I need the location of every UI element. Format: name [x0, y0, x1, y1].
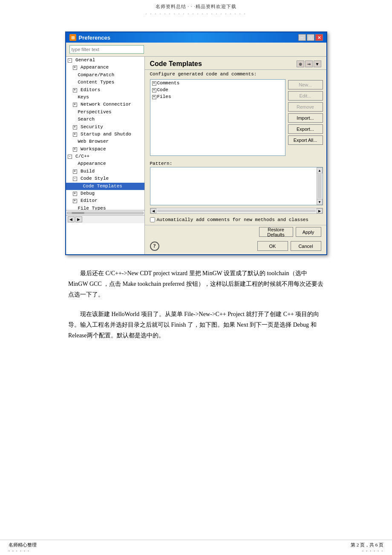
titlebar-buttons: ─ □ ✕: [298, 34, 323, 41]
tree-scroll[interactable]: - General+ AppearanceCompare/PatchConten…: [66, 57, 144, 210]
collapse-icon: -: [68, 58, 72, 63]
tree-item[interactable]: - Code Style: [66, 175, 144, 182]
preferences-window: ⊞ Preferences ─ □ ✕ - General+ A: [65, 32, 327, 255]
pattern-label: Pattern:: [145, 159, 326, 167]
expand-icon: +: [73, 170, 77, 174]
tree-item[interactable]: Web Browser: [66, 138, 144, 145]
tree-item[interactable]: - General: [66, 57, 144, 64]
tree-item[interactable]: Compare/Patch: [66, 72, 144, 79]
tmpl-expand-icon: +: [152, 95, 156, 99]
pattern-scrollbar-h[interactable]: ◀ ▶: [150, 208, 323, 214]
tree-item[interactable]: + Network Connectior: [66, 101, 144, 108]
template-tree[interactable]: +Comments+Code+Files: [150, 79, 285, 156]
expand-icon: +: [73, 125, 77, 129]
tmpl-expand-icon: +: [152, 88, 156, 92]
expand-icon: +: [73, 88, 77, 92]
tree-panel: - General+ AppearanceCompare/PatchConten…: [66, 57, 145, 254]
tree-nav-bottom: ◀ ▶: [66, 215, 144, 223]
new-button[interactable]: New...: [288, 80, 323, 89]
tree-item[interactable]: - C/C++: [66, 153, 144, 160]
tree-item[interactable]: Search: [66, 116, 144, 123]
titlebar-left: ⊞ Preferences: [69, 34, 110, 41]
expand-icon: +: [73, 66, 77, 70]
tree-nav-prev[interactable]: ◀: [68, 216, 75, 222]
scroll-thumb-h: [72, 212, 84, 214]
cancel-button[interactable]: Cancel: [291, 241, 321, 251]
minimize-button[interactable]: ─: [298, 34, 306, 41]
content-title: Code Templates: [150, 60, 202, 68]
checkbox-row: Automatically add comments for new metho…: [145, 216, 326, 225]
footer-left: 名师精心整理 · · · · · ·: [9, 542, 37, 553]
tree-item[interactable]: Appearance: [66, 160, 144, 167]
export-all-button[interactable]: Export All...: [288, 135, 323, 145]
import-button[interactable]: Import...: [288, 113, 323, 123]
body-text: 最后还在 C/C++->New CDT project wizard 里把 Mi…: [34, 268, 358, 341]
expand-icon: +: [73, 147, 77, 152]
body-paragraph-2: 现在该新建 HelloWorld 项目了。从菜单 File->New->C++ …: [68, 309, 324, 341]
auto-comments-label: Automatically add comments for new metho…: [157, 217, 308, 222]
h-scroll-right-btn[interactable]: ▶: [317, 208, 323, 213]
filter-row: [66, 43, 326, 57]
collapse-icon: -: [68, 155, 72, 159]
body-paragraph-1: 最后还在 C/C++->New CDT project wizard 里把 Mi…: [68, 268, 324, 300]
tree-item[interactable]: + Startup and Shutdo: [66, 131, 144, 138]
tree-item[interactable]: + Build: [66, 168, 144, 175]
bottom-buttons-row2: ? OK Cancel: [145, 239, 326, 254]
window-icon: ⊞: [69, 34, 76, 41]
tree-item[interactable]: + Editor: [66, 197, 144, 204]
content-header: Code Templates ⊕ ⇒ ▼: [145, 57, 326, 70]
tree-item[interactable]: Content Types: [66, 79, 144, 86]
nav-menu-arrow[interactable]: ▼: [314, 60, 321, 67]
filter-input[interactable]: [69, 45, 144, 54]
apply-button[interactable]: Apply: [296, 227, 321, 237]
close-button[interactable]: ✕: [315, 34, 323, 41]
scroll-up-btn[interactable]: ▲: [317, 167, 323, 173]
tree-item[interactable]: Code Templates: [66, 183, 144, 190]
maximize-button[interactable]: □: [307, 34, 314, 41]
tree-nav-next[interactable]: ▶: [75, 216, 82, 222]
tree-item[interactable]: Keys: [66, 94, 144, 101]
tree-item[interactable]: + Editors: [66, 86, 144, 94]
tree-item[interactable]: + Appearance: [66, 64, 144, 71]
expand-icon: +: [73, 199, 77, 203]
nav-back-arrow[interactable]: ⊕: [297, 60, 304, 67]
page-content: ⊞ Preferences ─ □ ✕ - General+ A: [0, 19, 392, 366]
window-title: Preferences: [79, 35, 110, 41]
v-scroll-track: [317, 174, 322, 198]
nav-forward-arrow[interactable]: ⇒: [305, 60, 313, 67]
restore-defaults-button[interactable]: Restore Defaults: [259, 227, 293, 237]
header-watermark: 名师资料总结 · · ·精品资料欢迎下载: [0, 0, 392, 12]
template-buttons: New... Edit... Remove Import... Export..…: [288, 79, 323, 156]
template-tree-item[interactable]: +Comments: [150, 80, 285, 86]
content-subtitle: Configure generated code and comments:: [145, 70, 326, 79]
footer: 名师精心整理 · · · · · · 第 2 页，共 6 页 · · · · ·…: [0, 540, 392, 555]
header-nav-icons: ⊕ ⇒ ▼: [297, 60, 321, 67]
h-scroll-left-btn[interactable]: ◀: [150, 208, 156, 213]
content-panel: Code Templates ⊕ ⇒ ▼ Configure generated…: [145, 57, 326, 254]
scroll-track-h: [67, 212, 144, 214]
ok-button[interactable]: OK: [257, 241, 288, 251]
auto-comments-checkbox[interactable]: [150, 217, 155, 222]
footer-right: 第 2 页，共 6 页 · · · · · ·: [351, 542, 383, 553]
help-button[interactable]: ?: [150, 242, 159, 251]
tree-item[interactable]: Perspectives: [66, 109, 144, 116]
export-button[interactable]: Export...: [288, 124, 323, 134]
tmpl-expand-icon: +: [152, 81, 156, 86]
window-titlebar: ⊞ Preferences ─ □ ✕: [66, 32, 326, 43]
tree-item[interactable]: + Workspace: [66, 146, 144, 153]
template-tree-item[interactable]: +Files: [150, 93, 285, 100]
template-tree-item[interactable]: +Code: [150, 86, 285, 93]
scroll-down-btn[interactable]: ▼: [317, 199, 323, 205]
bottom-buttons-row1: Restore Defaults Apply: [145, 225, 326, 239]
pattern-area[interactable]: ▲ ▼: [150, 167, 323, 205]
h-scroll-track: [157, 210, 316, 212]
tree-item[interactable]: + Debug: [66, 190, 144, 197]
tree-scrollbar-h[interactable]: [66, 210, 144, 215]
header-dots: · · · · · · · · · · · · · · · · · · · · …: [0, 12, 392, 16]
tree-item[interactable]: File Types: [66, 205, 144, 210]
edit-button[interactable]: Edit...: [288, 91, 323, 101]
tree-item[interactable]: + Security: [66, 124, 144, 131]
remove-button[interactable]: Remove: [288, 102, 323, 112]
collapse-icon: -: [73, 177, 77, 181]
pattern-scrollbar-v[interactable]: ▲ ▼: [317, 167, 323, 205]
